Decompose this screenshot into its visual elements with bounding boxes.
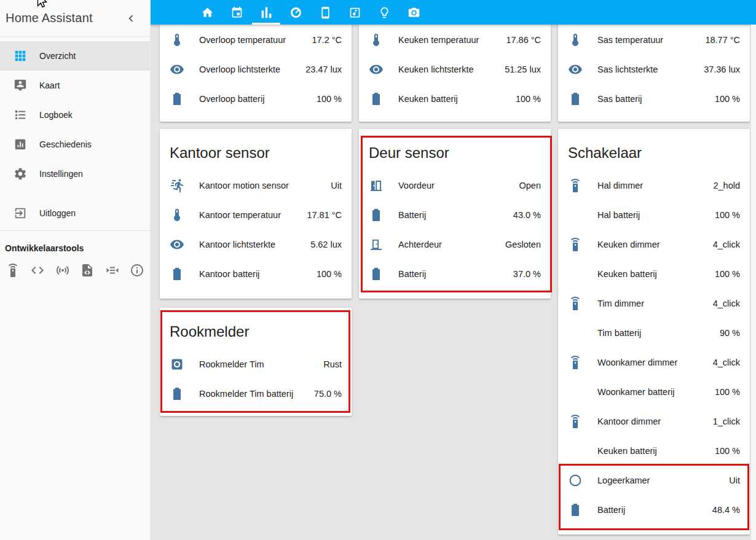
tab-lightbulb[interactable] <box>369 0 399 25</box>
scrollbar[interactable] <box>750 25 756 540</box>
smoke-detector-icon <box>170 357 184 372</box>
entity-row-batterij[interactable]: Batterij37.0 % <box>359 259 551 289</box>
lightbulb-icon <box>378 6 391 19</box>
entity-name: Batterij <box>398 210 426 220</box>
sidebar-item-label: Geschiedenis <box>39 139 92 149</box>
battery-icon <box>170 386 184 401</box>
poll-box-icon <box>14 138 27 151</box>
entity-row-kantoor-batterij[interactable]: Kantoor batterij100 % <box>160 259 352 289</box>
devtools-icon-row <box>0 263 150 278</box>
remote-signal-icon <box>568 414 583 429</box>
entity-row-kantoor-dimmer[interactable]: Kantoor dimmer1_click <box>558 407 750 436</box>
entity-row-overloop-lichtsterkte[interactable]: Overloop lichtsterkte23.47 lux <box>160 55 352 84</box>
tab-music-box[interactable] <box>340 0 369 25</box>
devtool-access-point-icon[interactable] <box>55 263 70 278</box>
eye-icon <box>369 62 384 77</box>
app-toolbar <box>150 0 756 25</box>
entity-row-keuken-batterij[interactable]: Keuken batterij100 % <box>359 84 551 114</box>
entity-row-tim-dimmer[interactable]: Tim dimmer4_click <box>558 289 750 318</box>
sidebar-item-geschiedenis[interactable]: Geschiedenis <box>0 130 150 159</box>
sidebar-item-logboek[interactable]: Logboek <box>0 100 150 130</box>
devtool-remote-signal-icon[interactable] <box>6 263 20 278</box>
entity-row-woonkamer-dimmer[interactable]: Woonkamer dimmer4_click <box>558 348 750 377</box>
sidebar-item-overzicht[interactable]: Overzicht <box>0 41 150 71</box>
sidebar-item-uitloggen[interactable]: Uitloggen <box>0 198 150 228</box>
entity-row-keuken-temperatuur[interactable]: Keuken temperatuur17.86 °C <box>359 25 551 55</box>
list-bulleted-icon <box>14 108 27 122</box>
entity-row-kantoor-temperatuur[interactable]: Kantoor temperatuur17.81 °C <box>160 200 352 230</box>
camera-icon <box>408 6 420 19</box>
entity-row-voordeur[interactable]: VoordeurOpen <box>359 171 551 200</box>
tab-calendar[interactable] <box>222 0 251 25</box>
entity-state: 17.86 °C <box>501 35 541 45</box>
entity-name: Tim dimmer <box>597 299 644 308</box>
devtool-mqtt-icon[interactable] <box>105 263 120 278</box>
entity-row-sas-temperatuur[interactable]: Sas temperatuur18.77 °C <box>558 25 750 55</box>
entity-row-keuken-batterij[interactable]: Keuken batterij100 % <box>558 436 750 466</box>
entity-name: Batterij <box>398 269 426 279</box>
entity-state: 23.47 lux <box>301 65 342 74</box>
tab-camera[interactable] <box>399 0 428 25</box>
entity-state: 5.62 lux <box>305 240 342 249</box>
entity-name: Sas batterij <box>597 94 642 104</box>
home-icon <box>201 6 214 19</box>
entity-name: Woonkamer dimmer <box>597 358 677 367</box>
entity-row-batterij[interactable]: Batterij48.4 % <box>558 495 750 525</box>
entity-state: 17.2 °C <box>307 35 342 45</box>
entity-state: 48.4 % <box>707 505 740 515</box>
entity-row-hal-batterij[interactable]: Hal batterij100 % <box>558 200 750 230</box>
devtools-heading: Ontwikkelaarstools <box>0 231 150 253</box>
exit-to-app-icon <box>14 206 27 220</box>
tab-gauge[interactable] <box>281 0 310 25</box>
tab-chart-bar[interactable] <box>251 0 281 25</box>
chart-bar-icon <box>260 6 273 19</box>
entity-row-sas-lichtsterkte[interactable]: Sas lichtsterkte37.36 lux <box>558 55 750 84</box>
sidebar-item-kaart[interactable]: Kaart <box>0 71 150 100</box>
entity-name: Batterij <box>597 505 625 515</box>
entity-row-overloop-temperatuur[interactable]: Overloop temperatuur17.2 °C <box>160 25 352 55</box>
entity-row-rookmelder-tim-batterij[interactable]: Rookmelder Tim batterij75.0 % <box>160 379 352 409</box>
entity-row-kantoor-motion-sensor[interactable]: Kantoor motion sensorUit <box>160 171 352 200</box>
door-closed-icon <box>369 237 384 252</box>
tab-home[interactable] <box>192 0 222 25</box>
entity-row-sas-batterij[interactable]: Sas batterij100 % <box>558 84 750 114</box>
sidebar-item-label: Overzicht <box>39 51 76 61</box>
entity-name: Kantoor lichtsterkte <box>199 240 275 249</box>
entity-row-logeerkamer[interactable]: LogeerkamerUit <box>558 466 750 495</box>
door-open-icon <box>369 178 384 193</box>
thermometer-icon <box>369 33 384 47</box>
entity-row-batterij[interactable]: Batterij43.0 % <box>359 200 551 230</box>
card-title: Deur sensor <box>359 129 551 171</box>
cog-icon <box>14 167 27 181</box>
entity-name: Kantoor dimmer <box>597 417 661 426</box>
entity-row-keuken-dimmer[interactable]: Keuken dimmer4_click <box>558 230 750 259</box>
entity-row-keuken-lichtsterkte[interactable]: Keuken lichtsterkte51.25 lux <box>359 55 551 84</box>
sidebar-item-instellingen[interactable]: Instellingen <box>0 159 150 189</box>
card-column: Keuken temperatuur17.86 °CKeuken lichtst… <box>359 25 551 306</box>
entity-name: Logeerkamer <box>597 475 650 485</box>
entity-name: Rookmelder Tim batterij <box>199 389 293 399</box>
circle-outline-icon <box>568 473 583 488</box>
devtool-information-outline-icon[interactable] <box>130 263 144 278</box>
chevron-left-icon[interactable] <box>124 12 138 25</box>
battery-icon <box>568 92 583 106</box>
entity-row-kantoor-lichtsterkte[interactable]: Kantoor lichtsterkte5.62 lux <box>160 230 352 259</box>
devtool-file-code-icon[interactable] <box>80 263 95 278</box>
entity-row-woonkamer-batterij[interactable]: Woonkamer batterij100 % <box>558 377 750 407</box>
devtool-code-tags-icon[interactable] <box>30 263 45 278</box>
entity-row-achterdeur[interactable]: AchterdeurGesloten <box>359 230 551 259</box>
entity-state: 4_click <box>708 299 740 308</box>
entity-row-hal-dimmer[interactable]: Hal dimmer2_hold <box>558 171 750 200</box>
kantoor-sensor-card: Kantoor sensorKantoor motion sensorUitKa… <box>160 129 352 299</box>
entity-row-overloop-batterij[interactable]: Overloop batterij100 % <box>160 84 352 114</box>
entity-row-keuken-batterij[interactable]: Keuken batterij100 % <box>558 259 750 289</box>
entity-state: 100 % <box>710 269 740 279</box>
card-title: Rookmelder <box>160 308 352 350</box>
entity-row-rookmelder-tim[interactable]: Rookmelder TimRust <box>160 350 352 379</box>
entity-name: Overloop temperatuur <box>199 35 286 45</box>
run-fast-icon <box>170 178 184 193</box>
overloop-sensor-card: Overloop temperatuur17.2 °COverloop lich… <box>160 25 352 122</box>
tab-cellphone[interactable] <box>310 0 340 25</box>
entity-name: Keuken batterij <box>597 446 657 456</box>
entity-row-tim-batterij[interactable]: Tim batterij90 % <box>558 318 750 348</box>
